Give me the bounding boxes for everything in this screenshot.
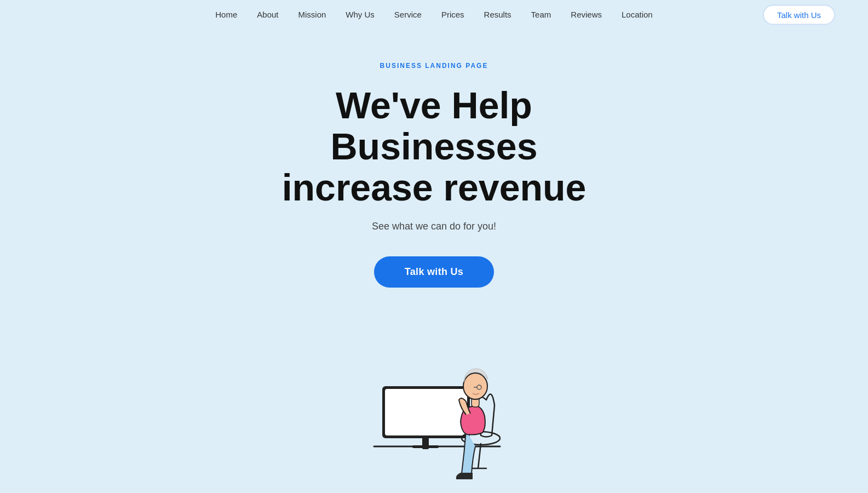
hero-title-line1: We've Help Businesses (331, 84, 538, 167)
nav-link-location[interactable]: Location (622, 10, 653, 19)
nav-link-reviews[interactable]: Reviews (571, 10, 602, 19)
hero-cta-button[interactable]: Talk with Us (374, 256, 494, 288)
nav-cta-wrapper: Talk with Us (763, 4, 835, 25)
hero-eyebrow: BUSINESS LANDING PAGE (380, 62, 488, 70)
nav-link-about[interactable]: About (257, 10, 278, 19)
nav-link-service[interactable]: Service (394, 10, 422, 19)
svg-point-9 (463, 373, 487, 399)
svg-rect-4 (385, 389, 467, 435)
navigation: HomeAboutMissionWhy UsServicePricesResul… (0, 0, 868, 29)
nav-talk-button[interactable]: Talk with Us (763, 4, 835, 25)
illustration-container (0, 320, 868, 493)
svg-rect-2 (412, 445, 439, 448)
hero-title-line2: increase revenue (282, 167, 587, 208)
nav-links: HomeAboutMissionWhy UsServicePricesResul… (215, 10, 652, 19)
hero-section: BUSINESS LANDING PAGE We've Help Busines… (0, 29, 868, 288)
nav-link-home[interactable]: Home (215, 10, 237, 19)
nav-link-mission[interactable]: Mission (298, 10, 326, 19)
nav-link-prices[interactable]: Prices (441, 10, 464, 19)
nav-link-team[interactable]: Team (531, 10, 551, 19)
hero-title: We've Help Businesses increase revenue (243, 85, 626, 208)
svg-line-6 (478, 444, 481, 468)
nav-link-why-us[interactable]: Why Us (346, 10, 375, 19)
person-at-desk-illustration (330, 320, 538, 493)
nav-link-results[interactable]: Results (484, 10, 511, 19)
hero-subtitle: See what we can do for you! (372, 221, 496, 232)
